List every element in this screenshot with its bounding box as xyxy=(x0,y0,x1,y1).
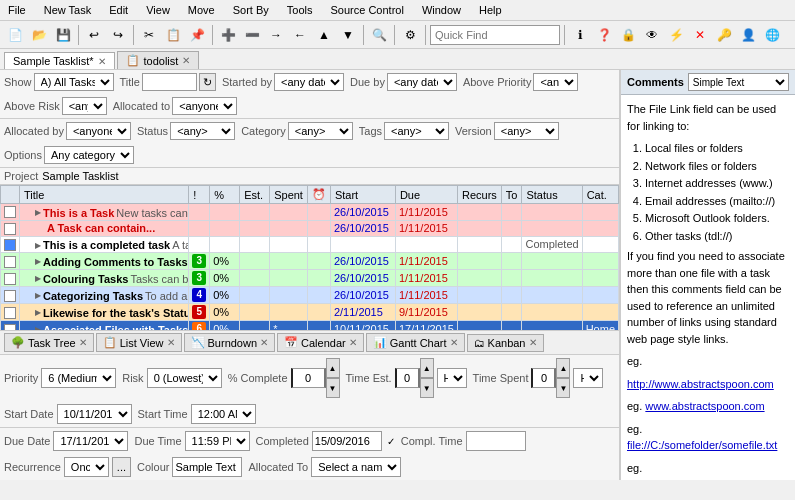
timespent-down[interactable]: ▼ xyxy=(556,378,570,398)
timeest-input[interactable] xyxy=(395,368,420,388)
task-table-container[interactable]: Title ! % Est. Spent ⏰ Start Due Recurs … xyxy=(0,185,619,330)
menu-help[interactable]: Help xyxy=(475,2,506,18)
checkbox[interactable] xyxy=(4,290,16,302)
category-select[interactable]: <any> xyxy=(288,122,353,140)
col-spent[interactable]: Spent xyxy=(270,186,308,204)
recurrence-edit-btn[interactable]: ... xyxy=(112,457,131,477)
toolbar-help[interactable]: ❓ xyxy=(593,24,615,46)
tab-sampletasklist[interactable]: Sample Tasklist* ✕ xyxy=(4,52,115,69)
toolbar-misc7[interactable]: 🌐 xyxy=(761,24,783,46)
toolbar-misc6[interactable]: 👤 xyxy=(737,24,759,46)
bottom-tab-listview[interactable]: 📋 List View ✕ xyxy=(96,333,182,352)
quickfind-input[interactable] xyxy=(430,25,560,45)
col-pct[interactable]: % xyxy=(210,186,240,204)
tab-close-todolist[interactable]: ✕ xyxy=(182,55,190,66)
toolbar-paste[interactable]: 📌 xyxy=(186,24,208,46)
toolbar-misc2[interactable]: 👁 xyxy=(641,24,663,46)
table-row[interactable]: A Task can contain... 26/10/2015 1/11/20… xyxy=(1,220,619,236)
toolbar-misc3[interactable]: ⚡ xyxy=(665,24,687,46)
listview-close[interactable]: ✕ xyxy=(167,337,175,348)
checkbox[interactable] xyxy=(4,239,16,251)
tags-select[interactable]: <any> xyxy=(384,122,449,140)
checkbox[interactable] xyxy=(4,307,16,319)
title-refresh[interactable]: ↻ xyxy=(199,73,216,91)
tab-todolist[interactable]: 📋 todolist ✕ xyxy=(117,51,200,69)
table-row[interactable]: ▶ Associated Files with Tasks The w... 6… xyxy=(1,321,619,330)
checkbox[interactable] xyxy=(4,223,16,235)
timeest-up[interactable]: ▲ xyxy=(420,358,434,378)
toolbar-undo[interactable]: ↩ xyxy=(83,24,105,46)
toolbar-open[interactable]: 📂 xyxy=(28,24,50,46)
right-link-2[interactable]: www.abstractspoon.com xyxy=(645,400,764,412)
col-to[interactable]: To xyxy=(501,186,522,204)
startedby-select[interactable]: <any date> xyxy=(274,73,344,91)
tasktree-close[interactable]: ✕ xyxy=(79,337,87,348)
task-title-cell[interactable]: ▶ This is a Task New tasks can be cr... xyxy=(20,204,189,221)
toolbar-settings[interactable]: ⚙ xyxy=(399,24,421,46)
toolbar-find[interactable]: 🔍 xyxy=(368,24,390,46)
bottom-tab-tasktree[interactable]: 🌳 Task Tree ✕ xyxy=(4,333,94,352)
colour-input[interactable] xyxy=(172,457,242,477)
pctcomplete-up[interactable]: ▲ xyxy=(326,358,340,378)
toolbar-redo[interactable]: ↪ xyxy=(107,24,129,46)
title-input[interactable] xyxy=(142,73,197,91)
bottom-tab-burndown[interactable]: 📉 Burndown ✕ xyxy=(184,333,276,352)
bottom-tab-gantt[interactable]: 📊 Gantt Chart ✕ xyxy=(366,333,465,352)
bottom-tab-calendar[interactable]: 📅 Calendar ✕ xyxy=(277,333,364,352)
menu-edit[interactable]: Edit xyxy=(105,2,132,18)
menu-file[interactable]: File xyxy=(4,2,30,18)
allocatedby-select[interactable]: <anyone> xyxy=(66,122,131,140)
expand-icon[interactable]: ▶ xyxy=(35,241,41,250)
gantt-close[interactable]: ✕ xyxy=(450,337,458,348)
toolbar-misc5[interactable]: 🔑 xyxy=(713,24,735,46)
timespent-up[interactable]: ▲ xyxy=(556,358,570,378)
recurrence-select[interactable]: Once xyxy=(64,457,109,477)
abovepriority-select[interactable]: <any> xyxy=(533,73,578,91)
task-title-cell[interactable]: ▶ Associated Files with Tasks The w... xyxy=(20,321,189,330)
toolbar-cut[interactable]: ✂ xyxy=(138,24,160,46)
col-flag[interactable]: ! xyxy=(189,186,210,204)
col-title[interactable]: Title xyxy=(20,186,189,204)
version-select[interactable]: <any> xyxy=(494,122,559,140)
dueby-select[interactable]: <any date> xyxy=(387,73,457,91)
risk-select[interactable]: 0 (Lowest) xyxy=(147,368,222,388)
menu-view[interactable]: View xyxy=(142,2,174,18)
pctcomplete-down[interactable]: ▼ xyxy=(326,378,340,398)
status-select[interactable]: <any> xyxy=(170,122,235,140)
burndown-close[interactable]: ✕ xyxy=(260,337,268,348)
table-row[interactable]: ▶ Categorizing Tasks To add an cat... 4 … xyxy=(1,287,619,304)
table-row[interactable]: ▶ Adding Comments to Tasks Co... 3 0% 26… xyxy=(1,253,619,270)
tab-close-sampletasklist[interactable]: ✕ xyxy=(98,56,106,67)
task-title-cell[interactable]: ▶ This is a completed task A task c... xyxy=(20,236,189,253)
menu-sortby[interactable]: Sort By xyxy=(229,2,273,18)
allocatedto-select[interactable]: <anyone> xyxy=(172,97,237,115)
col-status[interactable]: Status xyxy=(522,186,582,204)
duedate-select[interactable]: 17/11/2015 xyxy=(53,431,128,451)
toolbar-unindent[interactable]: ← xyxy=(289,24,311,46)
options-select[interactable]: Any category c... xyxy=(44,146,134,164)
toolbar-copy[interactable]: 📋 xyxy=(162,24,184,46)
expand-icon[interactable]: ▶ xyxy=(35,274,41,283)
expand-icon[interactable]: ▶ xyxy=(35,291,41,300)
task-title-cell[interactable]: ▶ Likewise for the task's Status, All... xyxy=(20,304,189,321)
starttime-select[interactable]: 12:00 AM xyxy=(191,404,256,424)
expand-icon[interactable]: ▶ xyxy=(35,208,41,217)
task-title-cell[interactable]: ▶ Colouring Tasks Tasks can be colou... xyxy=(20,270,189,287)
right-link-3[interactable]: file://C:/somefolder/somefile.txt xyxy=(627,439,777,451)
menu-move[interactable]: Move xyxy=(184,2,219,18)
kanban-close[interactable]: ✕ xyxy=(529,337,537,348)
timespent-input[interactable] xyxy=(531,368,556,388)
toolbar-deltask[interactable]: ➖ xyxy=(241,24,263,46)
toolbar-save[interactable]: 💾 xyxy=(52,24,74,46)
col-due[interactable]: Due xyxy=(395,186,457,204)
toolbar-down[interactable]: ▼ xyxy=(337,24,359,46)
table-row[interactable]: ▶ This is a completed task A task c... C… xyxy=(1,236,619,253)
pctcomplete-input[interactable] xyxy=(291,368,326,388)
task-title-cell[interactable]: ▶ Categorizing Tasks To add an cat... xyxy=(20,287,189,304)
menu-tools[interactable]: Tools xyxy=(283,2,317,18)
startdate-select[interactable]: 10/11/2015 xyxy=(57,404,132,424)
table-row[interactable]: ▶ Likewise for the task's Status, All...… xyxy=(1,304,619,321)
right-panel-dropdown[interactable]: Simple Text xyxy=(688,73,789,91)
checkbox[interactable] xyxy=(4,256,16,268)
task-title-cell[interactable]: A Task can contain... xyxy=(20,220,189,236)
